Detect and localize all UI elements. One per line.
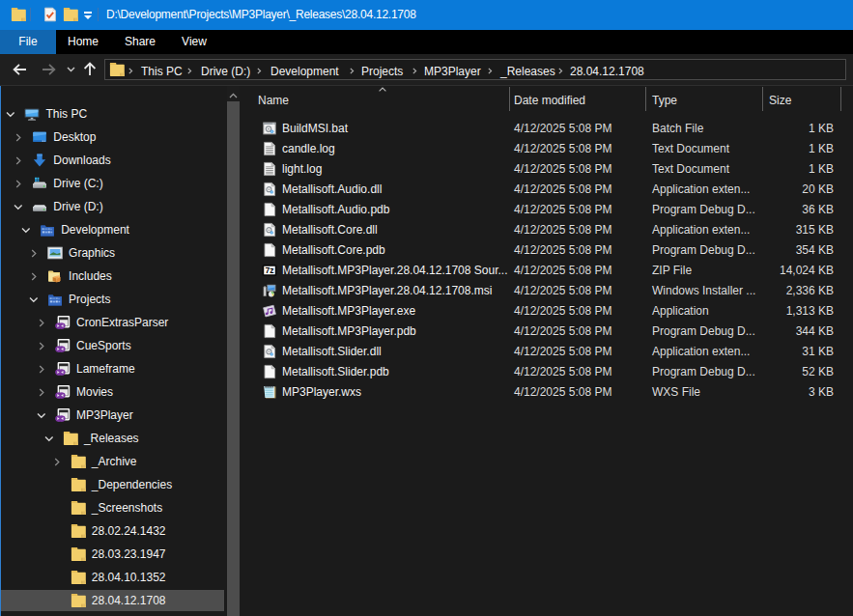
svg-text:7z: 7z	[265, 266, 273, 275]
